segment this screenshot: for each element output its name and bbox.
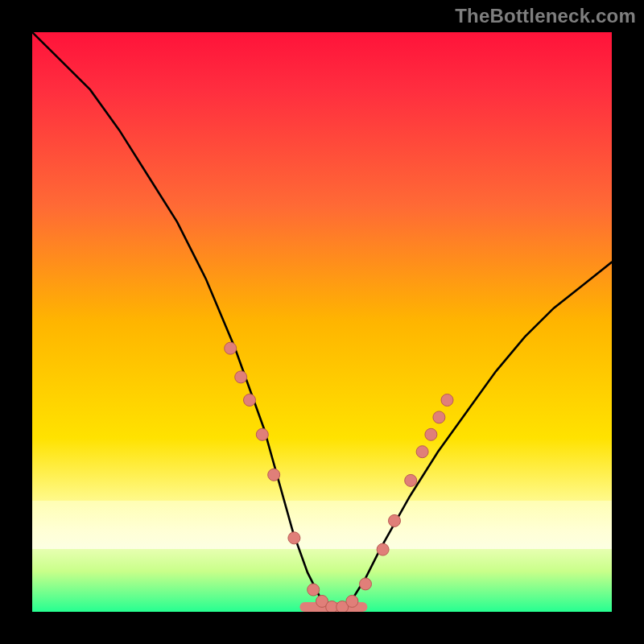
data-dot [308,584,320,596]
data-dot [235,371,247,383]
watermark-text: TheBottleneck.com [455,5,636,27]
data-dot [389,514,401,526]
chart-svg [32,32,612,612]
data-dot [416,446,428,458]
data-dot [256,428,268,440]
pale-band [32,501,612,549]
outer-frame: TheBottleneck.com [0,0,644,644]
plot-area [32,32,612,612]
data-dot [377,543,389,555]
data-dot [360,578,372,590]
data-dot [268,469,280,481]
data-dot [425,428,437,440]
data-dot [346,595,358,607]
data-dot [441,394,453,407]
data-dot [433,411,445,423]
data-dot [225,342,237,354]
data-dot [405,474,417,486]
data-dot [288,532,300,544]
data-dot [244,394,256,407]
